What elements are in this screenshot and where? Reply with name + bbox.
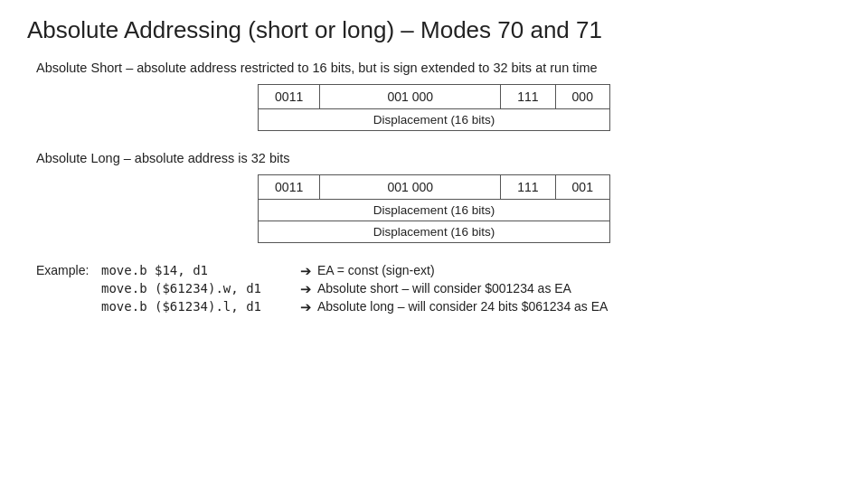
arrow-icon-2: ➔ (300, 281, 312, 297)
page-title: Absolute Addressing (short or long) – Mo… (27, 16, 841, 44)
absolute-short-section: Absolute Short – absolute address restri… (27, 61, 841, 131)
cell-001000-long: 001 000 (320, 175, 501, 200)
cell-001-long: 001 (555, 175, 609, 200)
arrow-icon-3: ➔ (300, 299, 312, 315)
absolute-long-label: Absolute Long – absolute address is 32 b… (36, 151, 841, 165)
displacement-long-2: Displacement (16 bits) (259, 221, 610, 243)
example-row-3: move.b ($61234).l, d1 ➔ Absolute long – … (101, 299, 841, 315)
cell-111-short: 111 (501, 85, 555, 109)
cell-0011-long: 0011 (259, 175, 320, 200)
cell-111-long: 111 (501, 175, 555, 200)
absolute-short-table-wrapper: 0011 001 000 111 000 Displacement (16 bi… (27, 84, 841, 131)
example-desc-3: Absolute long – will consider 24 bits $0… (317, 299, 608, 314)
example-code-3: move.b ($61234).l, d1 (101, 299, 300, 314)
example-code-1: move.b $14, d1 (101, 263, 300, 277)
example-desc-2: Absolute short – will consider $001234 a… (317, 281, 571, 296)
example-code-2: move.b ($61234).w, d1 (101, 281, 300, 296)
absolute-long-table-wrapper: 0011 001 000 111 001 Displacement (16 bi… (27, 174, 841, 243)
example-label: Example: (36, 263, 101, 277)
displacement-long-1: Displacement (16 bits) (259, 200, 610, 221)
cell-0011-short: 0011 (259, 85, 320, 109)
cell-000-short: 000 (555, 85, 609, 109)
absolute-long-section: Absolute Long – absolute address is 32 b… (27, 151, 841, 243)
cell-001000-short: 001 000 (320, 85, 501, 109)
table-row: 0011 001 000 111 001 (259, 175, 610, 200)
displacement-short: Displacement (16 bits) (259, 109, 610, 131)
example-row-1: Example: move.b $14, d1 ➔ EA = const (si… (36, 263, 841, 279)
example-desc-1: EA = const (sign-ext) (317, 263, 435, 277)
arrow-icon-1: ➔ (300, 263, 312, 279)
absolute-short-label: Absolute Short – absolute address restri… (36, 61, 841, 75)
example-row-2: move.b ($61234).w, d1 ➔ Absolute short –… (101, 281, 841, 297)
absolute-short-table: 0011 001 000 111 000 Displacement (16 bi… (258, 84, 610, 131)
absolute-long-table: 0011 001 000 111 001 Displacement (16 bi… (258, 174, 610, 243)
table-row: Displacement (16 bits) (259, 221, 610, 243)
table-row: Displacement (16 bits) (259, 200, 610, 221)
table-row: 0011 001 000 111 000 (259, 85, 610, 109)
table-row: Displacement (16 bits) (259, 109, 610, 131)
example-section: Example: move.b $14, d1 ➔ EA = const (si… (36, 263, 841, 315)
